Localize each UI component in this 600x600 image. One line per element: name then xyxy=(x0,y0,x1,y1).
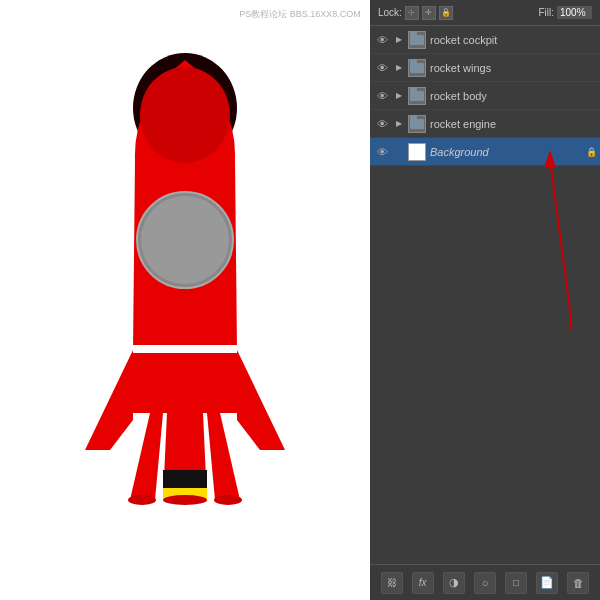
svg-rect-5 xyxy=(133,353,237,413)
layer-lock-icon: 🔒 xyxy=(586,147,596,157)
svg-rect-6 xyxy=(163,470,207,488)
layers-header: Lock: ⊹ ✛ 🔒 Fill: 100% xyxy=(370,0,600,26)
fill-label: Fill: xyxy=(538,7,554,18)
layer-item-background[interactable]: 👁 Background 🔒 xyxy=(370,138,600,166)
layer-name-wings: rocket wings xyxy=(430,62,596,74)
svg-point-10 xyxy=(214,495,242,505)
svg-point-1 xyxy=(140,67,230,163)
delete-layer-btn[interactable]: 🗑 xyxy=(567,572,589,594)
layers-panel: Lock: ⊹ ✛ 🔒 Fill: 100% 👁 ▶ rocket cockpi… xyxy=(370,0,600,600)
svg-rect-4 xyxy=(133,345,237,353)
thumb-engine xyxy=(408,115,426,133)
new-group-btn[interactable]: □ xyxy=(505,572,527,594)
lock-label: Lock: xyxy=(378,7,402,18)
thumb-cockpit xyxy=(408,31,426,49)
layer-item-rocket-wings[interactable]: 👁 ▶ rocket wings xyxy=(370,54,600,82)
thumb-body xyxy=(408,87,426,105)
folder-icon-wings xyxy=(410,63,424,73)
layer-name-body: rocket body xyxy=(430,90,596,102)
fill-section: Fill: 100% xyxy=(538,6,592,19)
expand-icon-cockpit[interactable]: ▶ xyxy=(394,35,404,45)
layers-bottom-toolbar: ⛓ fx ◑ ○ □ 📄 🗑 xyxy=(370,564,600,600)
lock-section: Lock: ⊹ ✛ 🔒 xyxy=(378,6,453,20)
thumb-wings xyxy=(408,59,426,77)
expand-icon-engine[interactable]: ▶ xyxy=(394,119,404,129)
layers-list: 👁 ▶ rocket cockpit 👁 ▶ rocket wings 👁 ▶ … xyxy=(370,26,600,564)
link-layers-btn[interactable]: ⛓ xyxy=(381,572,403,594)
fill-value[interactable]: 100% xyxy=(557,6,592,19)
fx-btn[interactable]: fx xyxy=(412,572,434,594)
svg-point-8 xyxy=(128,495,156,505)
visibility-icon-body[interactable]: 👁 xyxy=(374,88,390,104)
new-fill-adjustment-btn[interactable]: ◑ xyxy=(443,572,465,594)
rocket-illustration xyxy=(55,40,315,560)
lock-pixels-btn[interactable]: ⊹ xyxy=(405,6,419,20)
folder-icon-engine xyxy=(410,119,424,129)
lock-all-btn[interactable]: 🔒 xyxy=(439,6,453,20)
visibility-icon-engine[interactable]: 👁 xyxy=(374,116,390,132)
svg-point-9 xyxy=(163,495,207,505)
thumb-background xyxy=(408,143,426,161)
add-mask-btn[interactable]: ○ xyxy=(474,572,496,594)
canvas-area xyxy=(0,0,370,600)
expand-icon-wings[interactable]: ▶ xyxy=(394,63,404,73)
svg-point-3 xyxy=(141,196,229,284)
layer-name-cockpit: rocket cockpit xyxy=(430,34,596,46)
layer-name-background: Background xyxy=(430,146,582,158)
folder-icon-body xyxy=(410,91,424,101)
lock-icons: ⊹ ✛ 🔒 xyxy=(405,6,453,20)
folder-icon-cockpit xyxy=(410,35,424,45)
layer-item-rocket-engine[interactable]: 👁 ▶ rocket engine xyxy=(370,110,600,138)
layer-item-rocket-body[interactable]: 👁 ▶ rocket body xyxy=(370,82,600,110)
lock-position-btn[interactable]: ✛ xyxy=(422,6,436,20)
layer-item-rocket-cockpit[interactable]: 👁 ▶ rocket cockpit xyxy=(370,26,600,54)
visibility-icon-background[interactable]: 👁 xyxy=(374,144,390,160)
layer-name-engine: rocket engine xyxy=(430,118,596,130)
visibility-icon-wings[interactable]: 👁 xyxy=(374,60,390,76)
new-layer-btn[interactable]: 📄 xyxy=(536,572,558,594)
visibility-icon-cockpit[interactable]: 👁 xyxy=(374,32,390,48)
expand-icon-body[interactable]: ▶ xyxy=(394,91,404,101)
